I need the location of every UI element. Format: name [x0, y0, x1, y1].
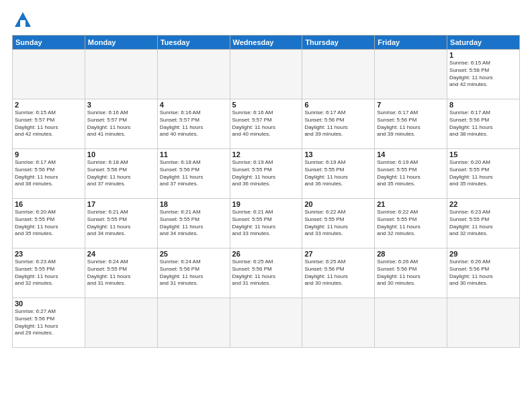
day-info: Sunrise: 6:18 AM Sunset: 5:56 PM Dayligh… [160, 159, 228, 188]
calendar-cell: 7Sunrise: 6:17 AM Sunset: 5:56 PM Daylig… [375, 99, 447, 149]
weekday-header: Saturday [447, 36, 520, 50]
day-info: Sunrise: 6:23 AM Sunset: 5:55 PM Dayligh… [449, 209, 517, 238]
calendar-cell: 19Sunrise: 6:21 AM Sunset: 5:55 PM Dayli… [230, 199, 302, 248]
day-number: 5 [232, 101, 300, 109]
calendar-week-row: 9Sunrise: 6:17 AM Sunset: 5:56 PM Daylig… [13, 149, 520, 199]
day-info: Sunrise: 6:22 AM Sunset: 5:55 PM Dayligh… [377, 209, 445, 238]
day-number: 14 [377, 150, 445, 158]
day-number: 4 [160, 101, 228, 109]
day-number: 13 [304, 150, 372, 158]
day-info: Sunrise: 6:17 AM Sunset: 5:56 PM Dayligh… [377, 109, 445, 138]
day-info: Sunrise: 6:21 AM Sunset: 5:55 PM Dayligh… [160, 209, 228, 238]
weekday-header: Wednesday [230, 36, 302, 50]
calendar-cell: 14Sunrise: 6:19 AM Sunset: 5:55 PM Dayli… [375, 149, 447, 199]
calendar-cell: 21Sunrise: 6:22 AM Sunset: 5:55 PM Dayli… [375, 199, 447, 248]
weekday-header: Thursday [302, 36, 375, 50]
day-number: 12 [232, 150, 300, 158]
calendar-cell: 20Sunrise: 6:22 AM Sunset: 5:55 PM Dayli… [302, 199, 375, 248]
calendar-cell: 18Sunrise: 6:21 AM Sunset: 5:55 PM Dayli… [157, 199, 230, 248]
day-number: 7 [377, 101, 445, 109]
day-info: Sunrise: 6:26 AM Sunset: 5:56 PM Dayligh… [449, 259, 517, 287]
day-number: 18 [160, 200, 228, 208]
calendar-cell: 25Sunrise: 6:24 AM Sunset: 5:56 PM Dayli… [157, 248, 230, 298]
calendar-cell: 3Sunrise: 6:16 AM Sunset: 5:57 PM Daylig… [85, 99, 157, 149]
calendar-cell: 28Sunrise: 6:26 AM Sunset: 5:56 PM Dayli… [375, 248, 447, 298]
day-number: 8 [449, 101, 517, 109]
calendar-cell: 6Sunrise: 6:17 AM Sunset: 5:56 PM Daylig… [302, 99, 375, 149]
day-info: Sunrise: 6:24 AM Sunset: 5:55 PM Dayligh… [87, 259, 155, 287]
day-number: 10 [87, 150, 155, 158]
calendar-cell: 24Sunrise: 6:24 AM Sunset: 5:55 PM Dayli… [85, 248, 157, 298]
day-info: Sunrise: 6:15 AM Sunset: 5:57 PM Dayligh… [15, 109, 83, 138]
day-info: Sunrise: 6:25 AM Sunset: 5:56 PM Dayligh… [304, 259, 372, 287]
day-number: 9 [15, 150, 83, 158]
day-info: Sunrise: 6:20 AM Sunset: 5:55 PM Dayligh… [449, 159, 517, 188]
day-number: 19 [232, 200, 300, 208]
weekday-header-row: SundayMondayTuesdayWednesdayThursdayFrid… [13, 36, 520, 50]
logo-icon [13, 11, 32, 30]
calendar-cell [13, 50, 85, 99]
calendar-cell [230, 298, 302, 348]
calendar-cell: 23Sunrise: 6:23 AM Sunset: 5:55 PM Dayli… [13, 248, 85, 298]
weekday-header: Tuesday [157, 36, 230, 50]
calendar-page: SundayMondayTuesdayWednesdayThursdayFrid… [0, 0, 532, 411]
calendar-cell: 11Sunrise: 6:18 AM Sunset: 5:56 PM Dayli… [157, 149, 230, 199]
calendar-cell [230, 50, 302, 99]
day-number: 16 [15, 200, 83, 208]
day-info: Sunrise: 6:17 AM Sunset: 5:56 PM Dayligh… [449, 109, 517, 138]
calendar-cell [302, 298, 375, 348]
day-number: 1 [449, 51, 517, 59]
calendar-cell: 2Sunrise: 6:15 AM Sunset: 5:57 PM Daylig… [13, 99, 85, 149]
day-info: Sunrise: 6:24 AM Sunset: 5:56 PM Dayligh… [160, 259, 228, 287]
calendar-week-row: 16Sunrise: 6:20 AM Sunset: 5:55 PM Dayli… [13, 199, 520, 248]
day-info: Sunrise: 6:16 AM Sunset: 5:57 PM Dayligh… [232, 109, 300, 138]
day-number: 11 [160, 150, 228, 158]
day-info: Sunrise: 6:17 AM Sunset: 5:56 PM Dayligh… [15, 159, 83, 188]
day-number: 2 [15, 101, 83, 109]
calendar-cell: 5Sunrise: 6:16 AM Sunset: 5:57 PM Daylig… [230, 99, 302, 149]
day-info: Sunrise: 6:21 AM Sunset: 5:55 PM Dayligh… [232, 209, 300, 238]
day-info: Sunrise: 6:20 AM Sunset: 5:55 PM Dayligh… [15, 209, 83, 238]
day-info: Sunrise: 6:17 AM Sunset: 5:56 PM Dayligh… [304, 109, 372, 138]
day-number: 3 [87, 101, 155, 109]
calendar-cell: 16Sunrise: 6:20 AM Sunset: 5:55 PM Dayli… [13, 199, 85, 248]
calendar-cell: 29Sunrise: 6:26 AM Sunset: 5:56 PM Dayli… [447, 248, 520, 298]
calendar-week-row: 2Sunrise: 6:15 AM Sunset: 5:57 PM Daylig… [13, 99, 520, 149]
calendar-week-row: 23Sunrise: 6:23 AM Sunset: 5:55 PM Dayli… [13, 248, 520, 298]
calendar-cell: 15Sunrise: 6:20 AM Sunset: 5:55 PM Dayli… [447, 149, 520, 199]
day-info: Sunrise: 6:26 AM Sunset: 5:56 PM Dayligh… [377, 259, 445, 287]
svg-rect-1 [20, 20, 26, 27]
day-number: 25 [160, 250, 228, 258]
calendar-cell: 12Sunrise: 6:19 AM Sunset: 5:55 PM Dayli… [230, 149, 302, 199]
calendar-cell: 1Sunrise: 6:15 AM Sunset: 5:58 PM Daylig… [447, 50, 520, 99]
day-info: Sunrise: 6:27 AM Sunset: 5:56 PM Dayligh… [15, 308, 83, 337]
day-number: 20 [304, 200, 372, 208]
day-info: Sunrise: 6:19 AM Sunset: 5:55 PM Dayligh… [304, 159, 372, 188]
day-number: 15 [449, 150, 517, 158]
day-number: 24 [87, 250, 155, 258]
day-info: Sunrise: 6:19 AM Sunset: 5:55 PM Dayligh… [232, 159, 300, 188]
calendar-cell [85, 50, 157, 99]
day-number: 29 [449, 250, 517, 258]
calendar-cell: 22Sunrise: 6:23 AM Sunset: 5:55 PM Dayli… [447, 199, 520, 248]
day-info: Sunrise: 6:25 AM Sunset: 5:56 PM Dayligh… [232, 259, 300, 287]
calendar-cell: 30Sunrise: 6:27 AM Sunset: 5:56 PM Dayli… [13, 298, 85, 348]
calendar-cell [375, 50, 447, 99]
calendar-cell [302, 50, 375, 99]
calendar-cell [85, 298, 157, 348]
calendar-cell: 17Sunrise: 6:21 AM Sunset: 5:55 PM Dayli… [85, 199, 157, 248]
weekday-header: Friday [375, 36, 447, 50]
day-number: 27 [304, 250, 372, 258]
calendar-cell: 9Sunrise: 6:17 AM Sunset: 5:56 PM Daylig… [13, 149, 85, 199]
day-number: 17 [87, 200, 155, 208]
logo [12, 11, 32, 30]
day-info: Sunrise: 6:19 AM Sunset: 5:55 PM Dayligh… [377, 159, 445, 188]
day-number: 6 [304, 101, 372, 109]
calendar-table: SundayMondayTuesdayWednesdayThursdayFrid… [12, 35, 520, 348]
day-info: Sunrise: 6:15 AM Sunset: 5:58 PM Dayligh… [449, 60, 517, 89]
calendar-cell: 10Sunrise: 6:18 AM Sunset: 5:56 PM Dayli… [85, 149, 157, 199]
header [12, 11, 520, 30]
calendar-cell [375, 298, 447, 348]
day-info: Sunrise: 6:16 AM Sunset: 5:57 PM Dayligh… [87, 109, 155, 138]
day-number: 23 [15, 250, 83, 258]
